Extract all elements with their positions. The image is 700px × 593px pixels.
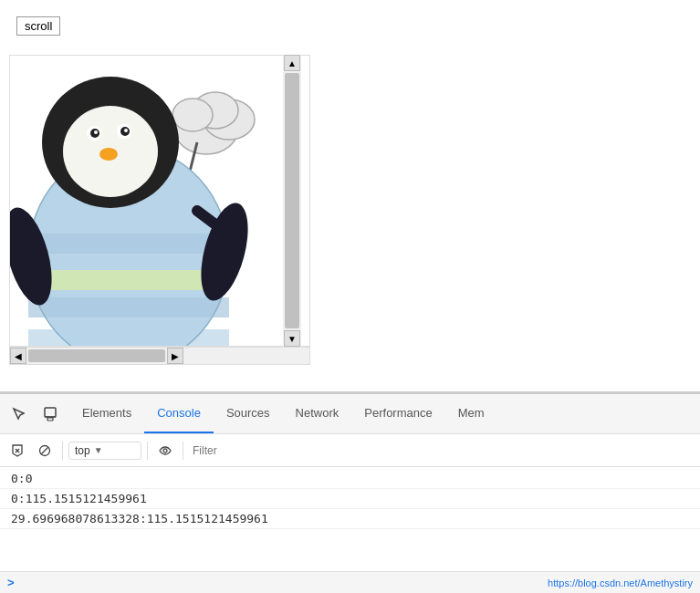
scroll-left-arrow[interactable]: ◀ — [10, 348, 26, 364]
device-icon — [43, 407, 57, 421]
console-line-text: 0:115.1515121459961 — [11, 492, 147, 505]
svg-line-30 — [41, 447, 48, 454]
svg-rect-8 — [28, 297, 229, 317]
ban-icon — [38, 444, 51, 457]
svg-point-18 — [124, 129, 128, 132]
status-url: https://blog.csdn.net/Amethystiry — [548, 577, 693, 588]
svg-rect-7 — [28, 270, 229, 290]
penguin-illustration — [10, 56, 293, 347]
console-toolbar: top ▼ — [0, 434, 700, 467]
cursor-icon — [12, 407, 26, 421]
inspect-element-button[interactable] — [5, 400, 34, 429]
clear-icon — [11, 444, 24, 457]
svg-point-17 — [94, 130, 98, 134]
svg-point-3 — [172, 99, 213, 131]
tab-memory[interactable]: Mem — [445, 394, 497, 433]
browser-content: scroll — [0, 0, 700, 392]
console-line-text: 29.696968078613328:115.1515121459961 — [11, 512, 268, 525]
context-selector[interactable]: top ▼ — [68, 442, 141, 460]
scroll-right-arrow[interactable]: ▶ — [167, 348, 183, 364]
console-output[interactable]: 0:0 0:115.1515121459961 29.6969680786133… — [0, 467, 700, 571]
tab-sources[interactable]: Sources — [214, 394, 283, 433]
svg-point-31 — [163, 449, 167, 453]
clear-console-button[interactable] — [5, 439, 29, 463]
svg-rect-24 — [47, 418, 53, 421]
console-line-text: 0:0 — [11, 472, 32, 485]
scroll-thumb-v[interactable] — [285, 73, 299, 328]
stop-recording-button[interactable] — [33, 439, 57, 463]
scroll-up-arrow[interactable]: ▲ — [284, 55, 300, 71]
eye-button[interactable] — [153, 439, 177, 463]
svg-rect-23 — [45, 408, 56, 417]
svg-rect-9 — [28, 329, 229, 347]
scroll-viewport[interactable] — [9, 55, 310, 347]
scroll-down-arrow[interactable]: ▼ — [284, 330, 300, 347]
console-line-3: 29.696968078613328:115.1515121459961 — [0, 509, 700, 529]
scroll-thumb-h[interactable] — [28, 349, 165, 362]
status-bar: > https://blog.csdn.net/Amethystiry — [0, 571, 700, 593]
tab-network[interactable]: Network — [283, 394, 352, 433]
eye-icon — [159, 446, 172, 455]
console-line-2: 0:115.1515121459961 — [0, 489, 700, 509]
tab-performance[interactable]: Performance — [351, 394, 444, 433]
toolbar-divider — [62, 442, 63, 460]
penguin-container — [10, 56, 293, 347]
context-arrow-icon: ▼ — [94, 445, 103, 455]
devtools-panel: Elements Console Sources Network Perform… — [0, 392, 700, 593]
horizontal-scrollbar[interactable]: ◀ ▶ — [9, 347, 310, 365]
toolbar-divider-2 — [147, 442, 148, 460]
context-value: top — [75, 444, 90, 457]
vertical-scrollbar[interactable]: ▲ ▼ — [283, 55, 301, 347]
devtools-tabs: Elements Console Sources Network Perform… — [69, 394, 497, 433]
svg-point-19 — [99, 148, 118, 161]
console-prompt-icon: > — [7, 576, 15, 589]
device-toggle-button[interactable] — [36, 400, 65, 429]
console-line-1: 0:0 — [0, 469, 700, 489]
scroll-label: scroll — [16, 16, 60, 36]
tab-console[interactable]: Console — [144, 394, 214, 433]
tab-elements[interactable]: Elements — [69, 394, 144, 433]
filter-input[interactable] — [189, 444, 695, 457]
toolbar-divider-3 — [183, 442, 183, 460]
svg-rect-6 — [28, 234, 229, 254]
devtools-topbar: Elements Console Sources Network Perform… — [0, 394, 700, 434]
